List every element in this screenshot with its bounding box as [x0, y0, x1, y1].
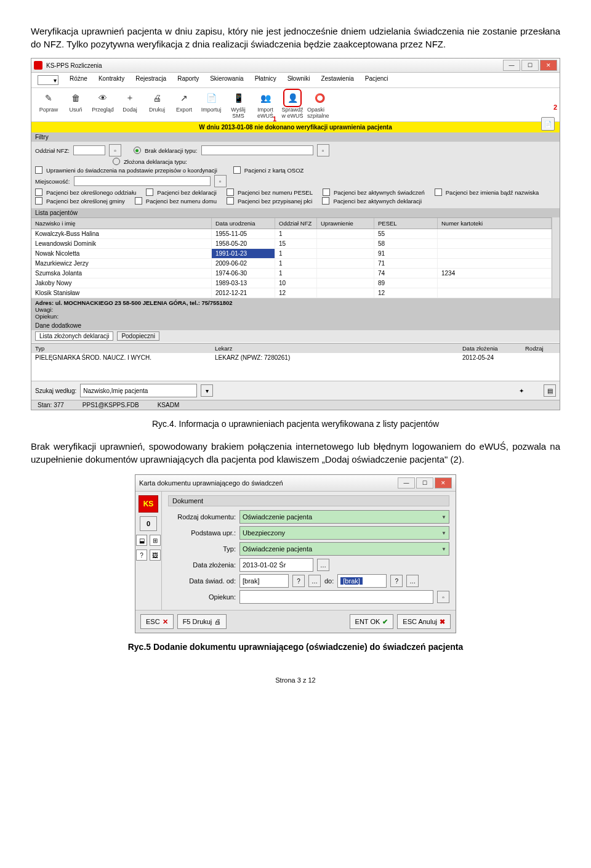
figure-5-caption: Ryc.5 Dodanie dokumentu uprawniającego (… [31, 642, 560, 652]
table-row[interactable]: Klosik Stanisław2012-12-211212 [31, 288, 552, 298]
radio-zloz[interactable] [113, 158, 120, 165]
checkbox[interactable] [35, 189, 42, 196]
tab-declarations[interactable]: Lista złożonych deklaracji [35, 331, 113, 341]
refresh-icon[interactable]: ✦ [519, 387, 524, 394]
date-picker-button[interactable]: … [308, 575, 321, 587]
search-field[interactable]: Nazwisko,Imię pacjenta [80, 384, 197, 397]
dialog-minimize[interactable]: — [398, 477, 415, 489]
table-row[interactable]: Mazurkiewicz Jerzy2009-06-02171 [31, 259, 552, 269]
toolbar-button[interactable]: 👤Sprawdźw eWUŚ [280, 91, 305, 119]
dialog-maximize[interactable]: ☐ [416, 477, 433, 489]
brak-input[interactable] [201, 145, 313, 155]
menu-item[interactable]: Pacjenci [365, 75, 388, 85]
table-row[interactable]: Nowak Nicoletta1991-01-23191 [31, 249, 552, 259]
date-picker-button[interactable]: … [406, 575, 419, 587]
toolbar-button[interactable]: 🖨Drukuj [145, 91, 169, 113]
oddzial-input[interactable] [73, 145, 105, 155]
scrollbar[interactable] [552, 217, 560, 298]
warning-side-button[interactable]: 📄 [541, 117, 555, 131]
table-cell [317, 229, 374, 238]
ok-button[interactable]: ENT OK ✔ [350, 614, 394, 629]
oddzial-lookup[interactable]: ▫ [109, 144, 121, 156]
cancel-button[interactable]: ESC Anuluj ✖ [397, 614, 451, 629]
field-podstawa[interactable]: Ubezpieczony ▼ [239, 526, 449, 540]
menu-dropdown[interactable]: ▾ [38, 75, 58, 85]
print-button[interactable]: F5 Drukuj 🖨 [177, 614, 227, 629]
detail-row[interactable]: PIELĘGNIARKA ŚROD. NAUCZ. I WYCH. LEKARZ… [31, 353, 560, 362]
field-data-swiad-do[interactable]: [brak] [337, 574, 387, 588]
checkbox[interactable] [146, 189, 153, 196]
table-row[interactable]: Lewandowski Dominik1958-05-201558 [31, 239, 552, 249]
checkbox[interactable] [435, 189, 442, 196]
field-data-swiad-od[interactable]: [brak] [239, 574, 289, 588]
warning-bar: W dniu 2013-01-08 nie dokonano weryfikac… [31, 122, 560, 132]
table-row[interactable]: Kowalczyk-Buss Halina1955-11-05155 [31, 229, 552, 239]
section-dokument: Dokument [168, 495, 449, 506]
maximize-button[interactable]: ☐ [521, 60, 539, 71]
table-row[interactable]: Jakoby Nowy1989-03-131089 [31, 278, 552, 288]
esc-button[interactable]: ESC ✕ [140, 614, 174, 629]
col-upr: Uprawnienie [317, 218, 374, 229]
checkbox[interactable] [35, 166, 42, 174]
field-typ[interactable]: Oświadczenie pacjenta ▼ [239, 542, 449, 556]
field-data-zloz[interactable]: 2013-01-02 Śr [239, 558, 313, 572]
minimize-button[interactable]: — [503, 60, 520, 71]
checkbox[interactable] [35, 197, 42, 205]
brak-lookup[interactable]: ▫ [317, 144, 329, 156]
col-nfz: Oddział NFZ [275, 218, 317, 229]
table-cell [438, 239, 552, 248]
search-extra-button[interactable]: ▤ [544, 384, 556, 397]
close-button[interactable]: ✕ [540, 60, 557, 71]
opiekun-lookup[interactable]: ▫ [437, 591, 449, 603]
menu-item[interactable]: Raporty [177, 75, 199, 85]
ks-logo: KS [139, 495, 158, 513]
menu-item[interactable]: Płatnicy [255, 75, 276, 85]
dialog-close[interactable]: ✕ [435, 477, 452, 489]
toolbar-button[interactable]: 📱WyślijSMS [226, 91, 251, 119]
tab-podopieczni[interactable]: Podopieczni [117, 331, 159, 341]
toolbar-label: Import [257, 107, 273, 113]
radio-brak[interactable] [134, 147, 141, 154]
menu-item[interactable]: Zestawienia [321, 75, 353, 85]
miejsc-input[interactable] [74, 176, 211, 186]
paragraph-2: Brak weryfikacji uprawnień, spowodowany … [31, 440, 560, 466]
checkbox[interactable] [227, 189, 234, 196]
detail-data: 2012-05-24 [459, 353, 521, 362]
address-text: Adres: ul. MOCHNACKIEGO 23 58-500 JELENI… [35, 299, 233, 306]
table-row[interactable]: Szumska Jolanta1974-06-301741234 [31, 269, 552, 278]
miejsc-lookup[interactable]: ▫ [214, 175, 227, 187]
toolbar-button[interactable]: 🗑Usuń [63, 91, 88, 113]
toolbar-button[interactable]: 📄Importuj [199, 91, 223, 113]
toolbar-button[interactable]: ＋Dodaj [118, 91, 142, 113]
menu-item[interactable]: Słowniki [287, 75, 310, 85]
search-dropdown[interactable]: ▾ [201, 384, 213, 397]
checkbox[interactable] [322, 197, 329, 205]
toolbar-button[interactable]: ↗Export [172, 91, 196, 113]
table-cell: 1989-03-13 [212, 278, 275, 288]
field-opiekun[interactable] [239, 590, 433, 604]
menu-item[interactable]: Rejestracja [135, 75, 166, 85]
help-button[interactable]: ? [390, 575, 403, 587]
side-button[interactable]: ⬓ [136, 535, 147, 546]
toolbar-button[interactable]: ⭕Opaski szpitalne [307, 91, 332, 119]
checkbox[interactable] [227, 197, 234, 205]
field-rodzaj[interactable]: Oświadczenie pacjenta ▼ [239, 510, 449, 524]
menu-item[interactable]: Kontrakty [98, 75, 124, 85]
side-button[interactable]: ⊞ [150, 535, 161, 546]
help-button[interactable]: ? [292, 575, 305, 587]
toolbar-icon: 👤 [285, 91, 300, 105]
checkbox[interactable] [233, 166, 241, 174]
detail-rodzaj [521, 353, 560, 362]
filter-label: Uprawnieni do świadczenia na podstawie p… [46, 167, 217, 174]
toolbar-icon: ↗ [177, 91, 191, 105]
toolbar-button[interactable]: 👁Przegląd [90, 91, 115, 113]
side-button[interactable]: ? [136, 550, 147, 561]
label-data-swiad: Data świad. od: [168, 577, 236, 585]
side-button[interactable]: 🖼 [150, 550, 161, 561]
date-picker-button[interactable]: … [317, 559, 329, 571]
menu-item[interactable]: Różne [70, 75, 87, 85]
checkbox[interactable] [323, 189, 330, 196]
checkbox[interactable] [135, 197, 142, 205]
menu-item[interactable]: Skierowania [210, 75, 243, 85]
toolbar-button[interactable]: ✎Popraw [36, 91, 61, 113]
